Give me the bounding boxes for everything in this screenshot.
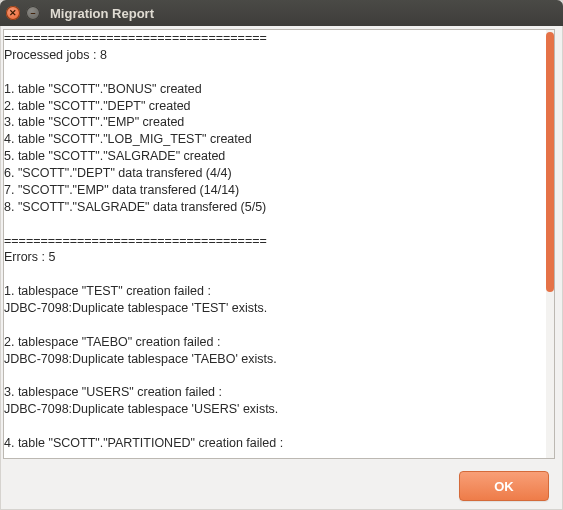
window-title: Migration Report	[50, 6, 154, 21]
processed-item: 8. "SCOTT"."SALGRADE" data transfered (5…	[4, 200, 266, 214]
scroll-thumb[interactable]	[546, 32, 554, 292]
errors-header: Errors : 5	[4, 250, 55, 264]
migration-report-window: ✕ – Migration Report ===================…	[0, 0, 563, 510]
processed-item: 2. table "SCOTT"."DEPT" created	[4, 99, 191, 113]
titlebar: ✕ – Migration Report	[0, 0, 563, 26]
processed-item: 7. "SCOTT"."EMP" data transfered (14/14)	[4, 183, 239, 197]
ok-button-label: OK	[494, 479, 514, 494]
processed-item: 6. "SCOTT"."DEPT" data transfered (4/4)	[4, 166, 232, 180]
processed-item: 4. table "SCOTT"."LOB_MIG_TEST" created	[4, 132, 252, 146]
report-text-pane: ==================================== Pro…	[3, 29, 555, 459]
close-icon[interactable]: ✕	[6, 6, 20, 20]
minimize-icon[interactable]: –	[26, 6, 40, 20]
processed-item: 1. table "SCOTT"."BONUS" created	[4, 82, 202, 96]
ok-button[interactable]: OK	[459, 471, 549, 501]
processed-item: 3. table "SCOTT"."EMP" created	[4, 115, 184, 129]
content-area: ==================================== Pro…	[0, 26, 563, 462]
error-block: 1. tablespace "TEST" creation failed : J…	[4, 284, 267, 315]
processed-item: 5. table "SCOTT"."SALGRADE" created	[4, 149, 225, 163]
button-bar: OK	[0, 462, 563, 510]
processed-header: Processed jobs : 8	[4, 48, 107, 62]
vertical-scrollbar[interactable]	[546, 30, 554, 458]
divider-line: ====================================	[4, 31, 267, 45]
error-block: 4. table "SCOTT"."PARTITIONED" creation …	[4, 436, 283, 450]
divider-line: ====================================	[4, 234, 267, 248]
window-buttons: ✕ –	[6, 6, 40, 20]
error-block: 2. tablespace "TAEBO" creation failed : …	[4, 335, 277, 366]
report-text: ==================================== Pro…	[4, 30, 554, 452]
error-block: 3. tablespace "USERS" creation failed : …	[4, 385, 278, 416]
